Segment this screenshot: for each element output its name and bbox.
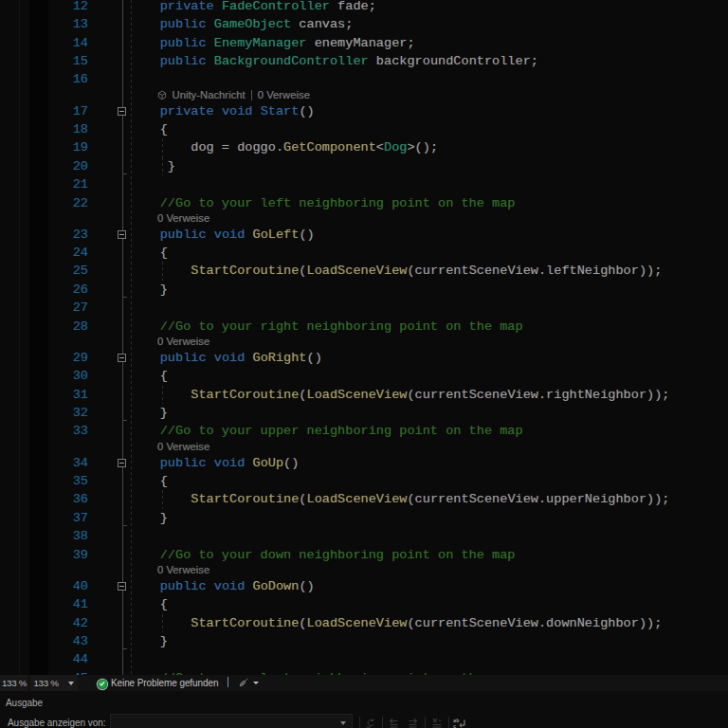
svg-text:c: c	[453, 724, 456, 728]
